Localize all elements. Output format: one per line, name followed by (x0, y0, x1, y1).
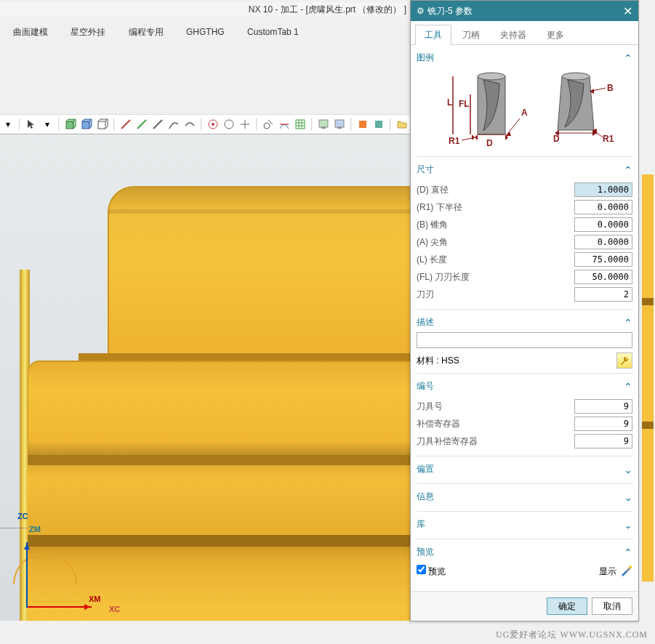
chevron-down-icon: ⌃ (624, 491, 632, 503)
param-diameter-input[interactable] (574, 182, 632, 197)
section-numbers-header[interactable]: 编号 ⌃ (417, 378, 632, 396)
adjust-register-input[interactable] (574, 416, 632, 431)
svg-rect-24 (375, 121, 382, 128)
line3-icon[interactable] (151, 118, 164, 131)
menu-item-3[interactable]: GHGTHG (176, 22, 235, 42)
tangent-icon[interactable] (262, 118, 275, 131)
section-dimensions: 尺寸 ⌃ (D) 直径 (R1) 下半径 (B) 锥角 (A) 尖角 (L) 长… (417, 157, 632, 310)
point-icon[interactable] (238, 118, 252, 131)
cube-green-icon[interactable] (64, 118, 77, 131)
grid-green-icon[interactable] (294, 118, 307, 131)
param-length-label: (L) 长度 (417, 254, 447, 266)
menu-item-1[interactable]: 星空外挂 (60, 22, 116, 42)
cube-blue-icon[interactable] (80, 118, 93, 131)
chevron-up-icon: ⌃ (624, 164, 632, 176)
section-numbers: 编号 ⌃ 刀具号 补偿寄存器 刀具补偿寄存器 (417, 374, 632, 456)
preview-checkbox-label[interactable]: 预览 (417, 565, 446, 578)
color2-icon[interactable] (372, 118, 385, 131)
param-flute-length-label: (FL) 刀刃长度 (417, 271, 470, 283)
chevron-down-icon: ⌃ (624, 464, 632, 475)
viewport[interactable]: ZC ZM XM XC (0, 135, 410, 621)
cutcom-register-input[interactable] (574, 434, 632, 448)
cutcom-register-label: 刀具补偿寄存器 (417, 435, 478, 448)
svg-point-28 (478, 73, 505, 80)
param-tip-angle-input[interactable] (574, 235, 632, 249)
section-offset-header[interactable]: 偏置 ⌃ (417, 461, 632, 479)
svg-rect-20 (321, 127, 326, 129)
param-lower-radius-input[interactable] (574, 200, 632, 214)
section-offset: 偏置 ⌃ (417, 456, 632, 484)
tab-more[interactable]: 更多 (537, 25, 574, 45)
tab-shank[interactable]: 刀柄 (453, 25, 489, 45)
svg-rect-2 (98, 121, 105, 129)
svg-rect-0 (66, 121, 73, 129)
param-diameter-label: (D) 直径 (417, 184, 449, 196)
dialog-title-bar[interactable]: ⚙ 铣刀-5 参数 ✕ (411, 1, 638, 21)
param-flute-length-input[interactable] (574, 270, 632, 284)
param-length-input[interactable] (574, 252, 632, 267)
section-library: 库 ⌃ (417, 512, 632, 539)
svg-point-37 (562, 73, 590, 80)
menu-item-4[interactable]: CustomTab 1 (237, 22, 309, 42)
display-button[interactable]: 显示 (599, 565, 632, 578)
svg-text:R1: R1 (449, 136, 460, 146)
axis-xm-label: XM (89, 595, 101, 603)
tool-select-ext-icon[interactable]: ▾ (41, 118, 54, 131)
render2-icon[interactable] (333, 118, 346, 131)
svg-text:R1: R1 (603, 134, 614, 144)
svg-line-4 (137, 120, 146, 129)
color1-icon[interactable] (356, 118, 369, 131)
arc2-icon[interactable] (183, 118, 196, 131)
section-info-header[interactable]: 信息 ⌃ (417, 488, 632, 507)
material-label: 材料 : HSS (417, 355, 459, 367)
section-legend: 图例 ⌃ L FL R1 D A (417, 45, 632, 157)
cube-wire-icon[interactable] (96, 118, 109, 131)
cancel-button[interactable]: 取消 (592, 597, 632, 615)
section-library-header[interactable]: 库 ⌃ (417, 516, 632, 534)
cursor-icon[interactable] (25, 118, 38, 131)
param-flutes-label: 刀刃 (417, 289, 434, 301)
wrench-icon (619, 355, 630, 366)
adjust-register-label: 补偿寄存器 (417, 418, 460, 430)
circle-point-icon[interactable] (206, 118, 220, 131)
section-preview-header[interactable]: 预览 ⌃ (417, 544, 632, 562)
line1-icon[interactable] (119, 118, 132, 131)
description-input[interactable] (417, 332, 632, 348)
param-lower-radius-label: (R1) 下半径 (417, 201, 462, 214)
section-legend-header[interactable]: 图例 ⌃ (417, 49, 632, 68)
wrench-button[interactable] (616, 353, 632, 369)
render1-icon[interactable] (317, 118, 330, 131)
curve-tan-icon[interactable] (278, 118, 291, 131)
menu-item-2[interactable]: 编程专用 (118, 22, 174, 42)
csys-triad[interactable]: ZC ZM XM XC (13, 515, 115, 616)
folder1-icon[interactable] (395, 118, 409, 131)
param-flutes-input[interactable] (574, 287, 632, 302)
section-info: 信息 ⌃ (417, 484, 632, 512)
tab-tool[interactable]: 工具 (415, 25, 451, 45)
ok-button[interactable]: 确定 (547, 597, 587, 615)
circle-icon[interactable] (222, 118, 236, 131)
preview-checkbox[interactable] (417, 565, 426, 574)
arc-icon[interactable] (167, 118, 180, 131)
tool-number-input[interactable] (574, 399, 632, 414)
param-taper-angle-label: (B) 锥角 (417, 219, 448, 231)
svg-rect-21 (335, 120, 344, 127)
svg-rect-23 (359, 121, 366, 128)
svg-text:FL: FL (459, 99, 470, 109)
section-dimensions-header[interactable]: 尺寸 ⌃ (417, 161, 632, 180)
svg-rect-1 (82, 121, 89, 129)
chevron-up-icon: ⌃ (624, 317, 632, 329)
tool-number-label: 刀具号 (417, 401, 443, 413)
dialog-tabs: 工具 刀柄 夹持器 更多 (411, 21, 638, 45)
param-taper-angle-input[interactable] (574, 217, 632, 232)
section-preview: 预览 ⌃ 预览 显示 (417, 539, 632, 585)
chevron-up-icon: ⌃ (624, 547, 632, 558)
watermark: UG爱好者论坛 WWW.UGSNX.COM (496, 629, 648, 641)
tab-holder[interactable]: 夹持器 (491, 25, 536, 45)
line2-icon[interactable] (135, 118, 148, 131)
section-description-header[interactable]: 描述 ⌃ (417, 314, 632, 332)
menu-item-0[interactable]: 曲面建模 (3, 22, 58, 42)
close-icon[interactable]: ✕ (623, 4, 632, 18)
tool-dropdown-icon[interactable]: ▾ (1, 118, 15, 131)
chevron-up-icon: ⌃ (624, 381, 632, 393)
